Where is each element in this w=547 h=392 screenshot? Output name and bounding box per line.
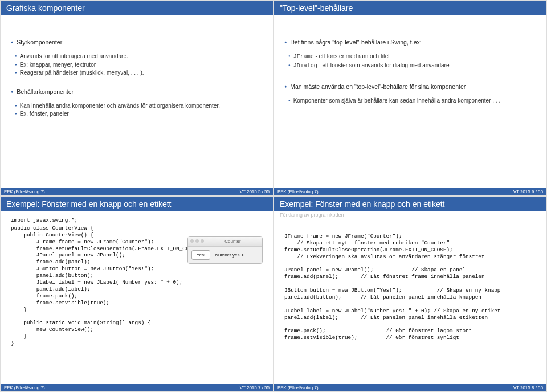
bullet-item: Man måste använda en "top-level"-behålla… [291, 83, 536, 91]
code-token: JFrame [293, 54, 314, 60]
slide-title: Exempel: Fönster med en knapp och en eti… [1, 197, 273, 211]
code-import: import javax.swing.*; [11, 217, 263, 224]
code-token: JDialog [293, 63, 317, 69]
slide-4: Exempel: Fönster med en knapp och en eti… [274, 196, 547, 392]
slide-footer: PFK (Föreläsning 7) VT 2015 6 / 55 [274, 188, 546, 195]
footer-left: PFK (Föreläsning 7) [4, 189, 45, 194]
bullet-level1: Det finns några "top-level"-behållare i … [284, 38, 536, 47]
slide-body: Det finns några "top-level"-behållare i … [274, 15, 546, 188]
slide-footer: PFK (Föreläsning 7) VT 2015 8 / 55 [274, 384, 546, 391]
bullet-level2: Kan innehålla andra komponenter och anvä… [11, 102, 263, 119]
slide-footer: PFK (Föreläsning 7) VT 2015 5 / 55 [1, 188, 273, 195]
slide-body: JFrame frame = new JFrame("Counter"); //… [274, 219, 546, 384]
bullet-item: Kan innehålla andra komponenter och anvä… [21, 102, 263, 111]
bullet-item: Komponenter som själva är behållare kan … [295, 97, 536, 105]
bullet-item: Används för att interagera med användare… [21, 52, 263, 61]
bullet-item: Reagerar på händelser (musklick, menyval… [21, 69, 263, 77]
slide-2: "Top-level"-behållare Det finns några "t… [274, 0, 547, 196]
mock-window-body: Yes! Number yes: 0 [188, 247, 262, 264]
code-block: JFrame frame = new JFrame("Counter"); //… [284, 233, 536, 341]
bullet-item: Ex: knappar, menyer, textrutor [21, 61, 263, 70]
footer-right: VT 2015 6 / 55 [513, 189, 543, 194]
footer-center [319, 189, 513, 194]
mock-titlebar: Counter [188, 237, 262, 247]
bullet-level1: Styrkomponenter [11, 38, 263, 47]
slide-title: Grafiska komponenter [1, 1, 273, 15]
slide-subtitle: Förklaring av programkoden [274, 211, 546, 219]
bullet-level1: Man måste använda en "top-level"-behålla… [284, 83, 536, 91]
bullet-item: Ex. fönster, paneler [21, 110, 263, 119]
bullet-level2: Komponenter som själva är behållare kan … [284, 97, 536, 105]
bullet-level2: JFrame JFrame - ett fönster med ram och … [284, 52, 536, 70]
bullet-level1: Behållarkomponenter [11, 88, 263, 96]
slide-footer: PFK (Föreläsning 7) VT 2015 7 / 55 [1, 384, 273, 391]
footer-left: PFK (Föreläsning 7) [4, 385, 45, 390]
slide-body: Styrkomponenter Används för att interage… [1, 15, 273, 188]
bullet-item: JDialog - ett fönster som används för di… [295, 62, 536, 71]
footer-center [45, 189, 240, 194]
footer-left: PFK (Föreläsning 7) [277, 189, 319, 194]
mock-window-title: Counter [206, 238, 260, 245]
slide-title: "Top-level"-behållare [274, 1, 546, 15]
bullet-item: Behållarkomponenter [18, 88, 263, 96]
slide-3: Exempel: Fönster med en knapp och en eti… [0, 196, 274, 392]
footer-right: VT 2015 7 / 55 [240, 385, 270, 390]
mock-window: Counter Yes! Number yes: 0 [187, 236, 263, 264]
footer-left: PFK (Föreläsning 7) [277, 385, 319, 390]
bullet-item: Det finns några "top-level"-behållare i … [291, 38, 536, 47]
slide-1: Grafiska komponenter Styrkomponenter Anv… [0, 0, 274, 196]
bullet-level2: Används för att interagera med användare… [11, 52, 263, 77]
counter-label: Number yes: 0 [215, 252, 244, 259]
footer-right: VT 2015 5 / 55 [240, 189, 270, 194]
bullet-item: JFrame JFrame - ett fönster med ram och … [295, 52, 536, 62]
slide-body: import javax.swing.*; Counter Yes! Numbe… [1, 211, 273, 384]
footer-right: VT 2015 8 / 55 [513, 385, 543, 390]
footer-center [45, 385, 240, 390]
slide-title: Exempel: Fönster med en knapp och en eti… [274, 197, 546, 211]
footer-center [319, 385, 513, 390]
yes-button[interactable]: Yes! [191, 250, 210, 260]
window-controls-icon [190, 238, 206, 245]
bullet-item: Styrkomponenter [18, 38, 263, 47]
